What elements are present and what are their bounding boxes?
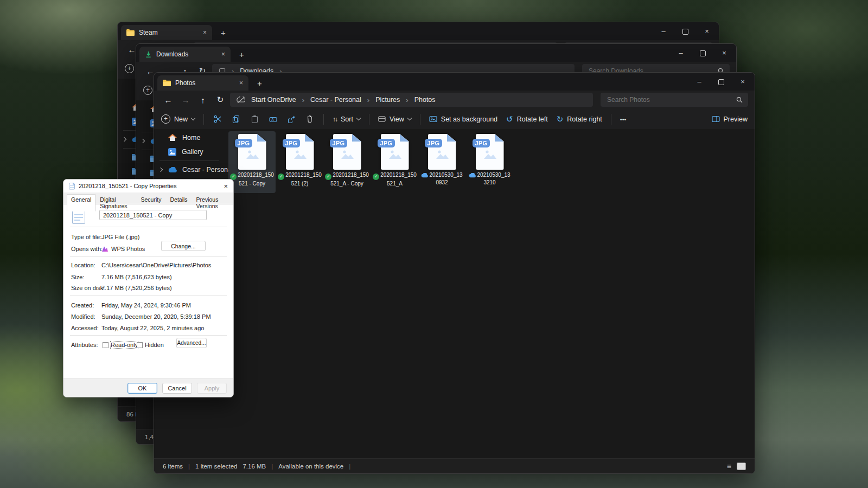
tab-strip: Downloads × + – × [136,44,736,62]
chevron-right-icon[interactable] [122,137,126,142]
breadcrumb-item[interactable]: Photos [414,96,436,104]
new-label: New [174,115,188,123]
maximize-button[interactable] [674,22,696,40]
field-label: Opens with: [71,246,103,252]
onedrive-cloud-icon [168,167,177,173]
rotate-right-button[interactable]: ↻ Rotate right [557,114,602,124]
jpg-file-icon: JPG [428,134,456,170]
minimize-button[interactable]: – [653,22,674,40]
close-button[interactable]: × [696,22,718,40]
search-input[interactable] [606,95,736,104]
tab-previous-versions[interactable]: Previous Versions [192,194,233,211]
more-options-button[interactable]: ••• [620,116,627,123]
ok-button[interactable]: OK [127,383,157,394]
up-button[interactable]: ↑ [195,95,210,105]
share-icon[interactable] [286,115,296,123]
rename-icon[interactable]: A [268,115,278,123]
jpg-file-icon: JPG [381,134,409,170]
tab-close-icon[interactable]: × [239,79,243,87]
breadcrumb-item[interactable]: Pictures [375,96,400,104]
chevron-right-icon[interactable] [158,168,163,172]
cut-icon[interactable] [213,115,222,123]
file-tile[interactable]: JPG ✓20201218_150521_A - Copy [323,131,371,193]
back-button[interactable]: ← [161,95,176,105]
set-as-background-button[interactable]: Set as background [429,115,497,123]
breadcrumb-item[interactable]: Cesar - Personal [310,96,361,104]
delete-icon[interactable] [305,115,315,123]
view-label: View [390,115,404,123]
copy-icon[interactable] [231,115,241,123]
readonly-checkbox[interactable] [103,342,108,348]
field-value: Sunday, December 20, 2020, 5:39:18 PM [101,313,211,320]
tab-label: Steam [139,29,199,36]
field-label: Attributes: [71,342,98,348]
file-tile[interactable]: JPG 20210530_133210 [466,131,513,193]
toolbar-divider [323,114,324,125]
tab-downloads[interactable]: Downloads × [139,47,231,62]
availability-status: Available on this device [278,463,343,470]
tab-general[interactable]: General [67,194,95,211]
hidden-checkbox[interactable] [137,342,143,348]
separator [70,295,227,296]
view-button[interactable]: View [378,115,411,123]
file-tile[interactable]: JPG ✓20201218_150521 (2) [276,131,323,193]
file-tile[interactable]: JPG ✓20201218_150521 - Copy [228,131,276,193]
tab-close-icon[interactable]: × [203,29,207,36]
details-view-icon[interactable]: ≡ [727,462,731,471]
tab-digital-signatures[interactable]: Digital Signatures [95,194,136,211]
close-button[interactable]: × [732,73,754,91]
paste-icon[interactable] [250,115,259,123]
file-tile[interactable]: JPG 20210530_130932 [418,131,465,193]
close-button[interactable]: × [713,44,735,62]
forward-button[interactable]: → [178,95,193,105]
sidebar-item-onedrive[interactable]: Cesar - Personal [154,163,225,177]
search-box[interactable] [601,93,748,107]
tab-close-icon[interactable]: × [221,50,225,58]
sort-button[interactable]: ↑↓ Sort [333,115,360,123]
tab-photos[interactable]: Photos × [157,75,248,91]
filename-input[interactable] [99,210,207,220]
tab-steam[interactable]: Steam × [121,25,212,40]
folder-icon [163,80,171,86]
field-value: Today, August 22, 2025, 2 minutes ago [101,325,204,331]
field-label: Modified: [71,313,95,320]
field-label: Size on disk: [71,285,105,291]
tab-security[interactable]: Security [137,194,166,211]
refresh-button[interactable]: ↻ [213,95,228,105]
readonly-label[interactable]: Read-only [111,342,138,348]
apply-button[interactable]: Apply [197,383,227,394]
chevron-right-icon[interactable] [141,139,145,143]
plus-circle-icon: + [125,64,134,73]
breadcrumb-item[interactable]: Start OneDrive [251,96,296,104]
dialog-title-bar: 20201218_150521 - Copy Properties × [63,179,233,192]
rotate-left-button[interactable]: ↺ Rotate left [506,114,548,124]
minimize-button[interactable]: – [688,73,710,91]
file-name: ✓20201218_150521 (2) [276,171,323,188]
sidebar-item-gallery[interactable]: Gallery [154,145,225,159]
general-tab-page: Type of file: JPG File (.jpg) Opens with… [63,204,233,379]
search-icon [736,97,743,103]
jpg-file-icon: JPG [286,134,314,170]
maximize-button[interactable] [692,44,713,62]
change-button[interactable]: Change... [161,241,206,251]
new-tab-button[interactable]: + [221,29,226,37]
address-bar[interactable]: Start OneDrive › Cesar - Personal › Pict… [230,93,593,107]
close-icon[interactable]: × [224,182,228,190]
tab-details[interactable]: Details [165,194,192,211]
breadcrumb-separator: › [406,96,408,104]
advanced-button[interactable]: Advanced... [176,338,207,348]
tab-strip: Steam × + – × [118,22,719,40]
maximize-button[interactable] [710,73,732,91]
cancel-button[interactable]: Cancel [162,383,192,394]
thumbnail-view-icon[interactable] [737,463,746,470]
sidebar-item-home[interactable]: Home [154,131,225,145]
new-tab-button[interactable]: + [239,50,244,59]
dialog-footer: OK Cancel Apply [63,378,233,397]
minimize-button[interactable]: – [670,44,692,62]
new-button[interactable]: + New [161,114,195,124]
file-tile[interactable]: JPG ✓20201218_150521_A [371,131,418,193]
preview-button[interactable]: Preview [712,115,748,123]
new-tab-button[interactable]: + [257,79,262,87]
hidden-label[interactable]: Hidden [145,342,164,348]
jpg-badge: JPG [330,139,348,147]
